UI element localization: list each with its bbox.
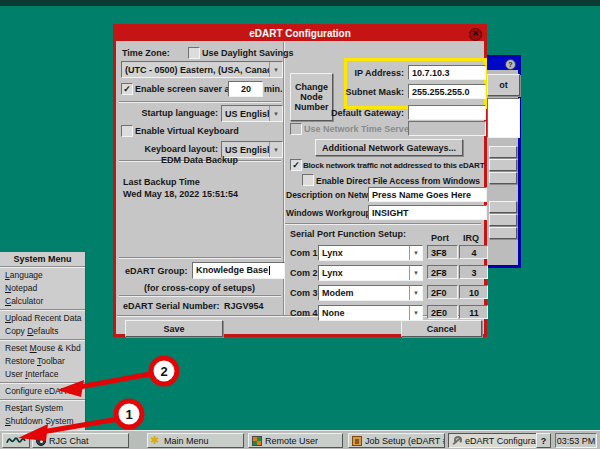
taskbar-button-label: RJG Chat <box>49 436 89 446</box>
start-button[interactable] <box>2 433 30 448</box>
sidebar-item-upload-recent-data[interactable]: Upload Recent Data <box>0 312 85 325</box>
ip-address-label: IP Address: <box>350 68 404 78</box>
port-header: Port <box>427 233 453 243</box>
chevron-down-icon[interactable]: ▼ <box>269 106 282 121</box>
com-port-function-select[interactable]: None▼ <box>318 305 423 321</box>
default-gateway-label: Default Gateway: <box>320 108 404 118</box>
virtual-keyboard-checkbox[interactable] <box>121 125 133 137</box>
cross-copy-note: (for cross-copy of setups) <box>116 283 283 293</box>
chat-icon <box>36 436 46 446</box>
left-divider <box>119 101 281 103</box>
taskbar-button-label: Remote User <box>265 436 318 446</box>
additional-gateways-button[interactable]: Additional Network Gateways... <box>315 139 463 156</box>
startup-language-label: Startup language: <box>133 108 218 118</box>
edart-group-input[interactable]: Knowledge Base <box>192 262 285 279</box>
background-window-partial-button[interactable]: ot <box>487 74 520 96</box>
chevron-down-icon[interactable]: ▼ <box>409 266 422 280</box>
sidebar-item-reset-mouse-kbd[interactable]: Reset Mouse & Kbd <box>0 342 85 355</box>
com-port-address: 2E0 <box>427 305 458 319</box>
save-button[interactable]: Save <box>125 320 223 337</box>
direct-access-checkbox[interactable] <box>302 174 314 186</box>
edart-configuration-dialog: eDART Configuration ✕ Time Zone: Use Day… <box>113 24 487 337</box>
background-window-button[interactable] <box>489 227 517 239</box>
taskbar-button-label: Job Setup (eDART #1) <box>365 436 445 446</box>
com-port-irq: 10 <box>459 285 488 299</box>
last-backup-value: Wed May 18, 2022 15:51:54 <box>123 189 238 199</box>
taskbar-button-edart-configuration[interactable]: eDART Configuration <box>448 433 541 448</box>
desktop-top-strip <box>0 0 600 6</box>
edm-data-backup-header: EDM Data Backup <box>116 155 283 165</box>
keyboard-layout-value: US English <box>222 145 269 155</box>
sidebar-item-shutdown-system[interactable]: Shutdown System <box>0 415 85 428</box>
sidebar-item-calculator[interactable]: Calculator <box>0 295 85 308</box>
description-input[interactable]: Press Name Goes Here <box>368 187 487 202</box>
daylight-savings-checkbox[interactable] <box>188 47 200 59</box>
time-server-checkbox <box>290 123 302 135</box>
wrench-icon <box>452 436 462 446</box>
menu-separator <box>0 382 85 384</box>
job-setup-icon <box>352 436 362 446</box>
com-port-function-select[interactable]: Modem▼ <box>318 285 423 301</box>
background-window-white-panel <box>487 98 520 138</box>
taskbar-clock: 03:53 PM <box>555 433 597 448</box>
startup-language-select[interactable]: US English ▼ <box>221 105 283 122</box>
system-menu-title: System Menu <box>0 252 85 267</box>
sidebar-item-language[interactable]: Language <box>0 269 85 282</box>
background-window-button[interactable] <box>489 172 517 184</box>
serial-number-label: eDART Serial Number: <box>123 301 220 311</box>
edart-logo-icon <box>6 435 26 446</box>
ip-address-input[interactable]: 10.7.10.3 <box>408 65 486 80</box>
com-port-function-value: Lynx <box>319 268 409 278</box>
sidebar-item-configure-edart[interactable]: Configure eDART <box>0 385 85 398</box>
menu-separator <box>0 309 85 311</box>
background-window-button[interactable] <box>489 201 517 213</box>
subnet-mask-input[interactable]: 255.255.255.0 <box>408 84 486 99</box>
taskbar-help-button[interactable]: ? <box>536 433 551 448</box>
startup-language-value: US English <box>222 109 269 119</box>
menu-separator <box>0 339 85 341</box>
taskbar-button-main-menu[interactable]: Main Menu <box>147 433 244 448</box>
time-server-label: Use Network Time Server at <box>304 124 423 134</box>
com-port-label: Com 4 <box>290 308 318 318</box>
background-window-button[interactable] <box>489 214 517 226</box>
block-traffic-label: Block network traffic not addressed to t… <box>303 161 484 170</box>
sidebar-item-notepad[interactable]: Notepad <box>0 282 85 295</box>
taskbar-button-job-setup-edart-1-[interactable]: Job Setup (eDART #1) <box>348 433 445 448</box>
time-server-input <box>408 121 486 136</box>
direct-access-label: Enable Direct File Access from Windows <box>316 176 480 186</box>
com-port-function-select[interactable]: Lynx▼ <box>318 245 423 261</box>
chevron-down-icon[interactable]: ▼ <box>269 62 282 77</box>
screensaver-minutes-input[interactable]: 20 <box>228 81 263 97</box>
callout-number-1: 1 <box>125 407 132 422</box>
com-port-address: 2F0 <box>427 285 458 299</box>
sidebar-item-restart-system[interactable]: Restart System <box>0 402 85 415</box>
background-window-button[interactable] <box>489 146 517 158</box>
sidebar-item-user-interface[interactable]: User Interface <box>0 368 85 381</box>
callout-circle-1: 1 <box>116 401 142 427</box>
screensaver-checkbox[interactable] <box>121 83 133 95</box>
block-traffic-checkbox[interactable] <box>290 159 302 171</box>
com-port-irq: 11 <box>459 305 488 319</box>
timezone-value: (UTC - 0500) Eastern, (USA, Canada) <box>122 65 269 75</box>
sidebar-item-restore-toolbar[interactable]: Restore Toolbar <box>0 355 85 368</box>
callout-number-2: 2 <box>160 364 167 379</box>
chevron-down-icon[interactable]: ▼ <box>409 286 422 300</box>
cancel-button[interactable]: Cancel <box>401 320 482 337</box>
default-gateway-input[interactable] <box>408 105 486 120</box>
workgroup-input[interactable]: INSIGHT <box>368 205 487 220</box>
sidebar-item-copy-defaults[interactable]: Copy Defaults <box>0 325 85 338</box>
dialog-title: eDART Configuration <box>115 26 485 41</box>
com-port-function-value: None <box>319 308 409 318</box>
timezone-select[interactable]: (UTC - 0500) Eastern, (USA, Canada) ▼ <box>121 61 283 78</box>
com-port-irq: 4 <box>459 245 488 259</box>
taskbar-button-rjg-chat[interactable]: RJG Chat <box>32 433 129 448</box>
subnet-mask-label: Subnet Mask: <box>342 87 404 97</box>
help-icon[interactable]: ? <box>505 59 516 70</box>
com-port-function-select[interactable]: Lynx▼ <box>318 265 423 281</box>
close-icon[interactable]: ✕ <box>469 28 482 41</box>
chevron-down-icon[interactable]: ▼ <box>409 246 422 260</box>
taskbar-button-remote-user[interactable]: Remote User <box>248 433 343 448</box>
chevron-down-icon[interactable]: ▼ <box>409 306 422 320</box>
com-port-label: Com 1 <box>290 248 318 258</box>
background-window-button[interactable] <box>489 159 517 171</box>
